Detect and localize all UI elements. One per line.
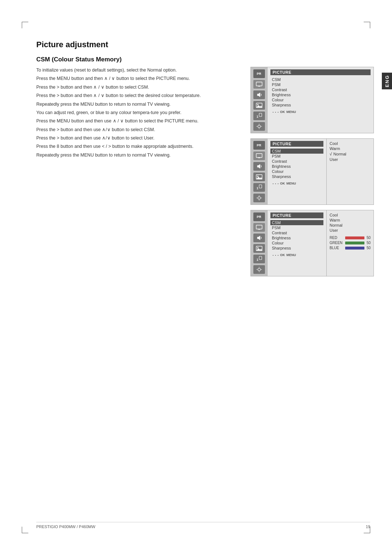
menu-sharpness-1: Sharpness [270,102,371,108]
svg-marker-2 [257,93,260,97]
ui-main-2: PICTURE CSM PSM Contrast Brightness Colo… [268,139,326,204]
ui-sidebar-1: PR 1 [251,67,268,133]
menu-brightness-2: Brightness [270,164,323,169]
ui-footer-1: • • • OK MENU [270,109,371,115]
menu-contrast-1: Contrast [270,87,371,92]
svg-marker-20 [257,236,260,240]
menu-sharpness-2: Sharpness [270,174,323,179]
setup-icon-2 [253,194,265,202]
tv-icon-1 [253,80,265,89]
para-3: Press the > button and then ∧ / ∨ button… [36,92,240,99]
red-bar-row: RED 50 [330,236,371,240]
right-column: PR 1 [250,67,374,276]
menu-contrast-3: Contrast [270,230,323,235]
svg-text:1: 1 [256,258,258,262]
svg-point-22 [257,247,258,248]
ui-header-1: PICTURE [270,69,371,75]
ui-right-panel-3: Cool Warm Normal User RED 50 GREEN [326,210,373,276]
svg-marker-5 [256,105,262,107]
svg-rect-25 [259,256,262,260]
para-6: Press the MENU button and then use ∧ / ∨… [36,118,240,125]
section-title: CSM (Colour Status Memory) [36,56,374,63]
ui-sidebar-3: PR 1 [251,210,268,276]
para-9: Press the 8 button and then use < / > bu… [36,143,240,150]
green-track [345,242,364,244]
menu-colour-2: Colour [270,169,323,174]
ui-header-3: PICTURE [270,212,323,218]
green-label: GREEN [330,241,343,245]
menu-brightness-3: Brightness [270,235,323,240]
svg-point-17 [258,197,260,199]
setup-icon-1 [253,122,265,131]
svg-rect-19 [258,229,260,230]
ui-box-3: PR 1 [250,210,374,276]
option-user-2: User [330,157,371,162]
blue-value: 50 [367,246,371,250]
para-0: To initialize values (reset to default s… [36,67,240,74]
svg-point-26 [258,268,260,271]
svg-rect-7 [259,113,262,117]
footer-right: 19 [366,524,370,529]
corner-mark-bl [22,527,28,533]
svg-marker-23 [256,248,262,250]
picture-icon-2 [253,173,265,181]
menu-psm-3: PSM [270,225,323,230]
menu-colour-3: Colour [270,240,323,246]
ui-main-1: PICTURE CSM PSM Contrast Brightness Colo… [268,67,373,133]
eng-label: ENG [384,75,390,87]
footer-left: PRESTIGIO P400MW / P460MW [36,524,95,529]
option-normal-2: √Normal [330,151,371,157]
red-value: 50 [367,236,371,240]
red-track [345,236,364,239]
para-2: Press the > button and then ∧ / ∨ button… [36,84,240,91]
para-10: Repeatedly press the MENU button to retu… [36,152,240,159]
blue-bar-row: BLUE 50 [330,246,371,250]
ui-sidebar-2: PR 1 [251,139,268,204]
pr-icon-1: PR [253,69,265,78]
green-value: 50 [367,241,371,245]
pr-icon-3: PR [253,212,265,221]
option-cool-3: Cool [330,212,371,218]
para-7: Press the > button and then use ∧/∨ butt… [36,126,240,133]
ui-main-3: PICTURE CSM PSM Contrast Brightness Colo… [268,210,326,276]
ui-box-2: PR 1 [250,138,374,205]
para-1: Press the MENU button and then ∧ / ∨ but… [36,75,240,82]
speaker-icon-2 [253,162,265,171]
main-content: Picture adjustment CSM (Colour Status Me… [36,40,374,519]
corner-mark-tl [22,22,28,28]
svg-text:1: 1 [256,186,258,190]
green-bar-row: GREEN 50 [330,241,371,245]
menu-csm-2: CSM [270,149,323,154]
svg-rect-16 [259,185,262,188]
page-footer: PRESTIGIO P400MW / P460MW 19 [36,522,370,529]
svg-rect-0 [256,82,262,86]
ui-header-2: PICTURE [270,141,323,147]
content-columns: To initialize values (reset to default s… [36,67,374,276]
eng-sidebar: ENG [382,73,392,89]
svg-point-4 [257,104,258,105]
page-title: Picture adjustment [36,40,374,49]
option-user-3: User [330,228,371,233]
svg-rect-1 [258,86,260,87]
timer-icon-2: 1 [253,183,265,192]
speaker-icon-3 [253,234,265,242]
option-normal-3: Normal [330,223,371,228]
menu-psm-1: PSM [270,82,371,87]
speaker-icon-1 [253,90,265,99]
ui-box-1: PR 1 [250,67,374,133]
ui-right-panel-2: Cool Warm √Normal User [326,139,373,204]
menu-csm-1: CSM [270,77,371,82]
timer-icon-1: 1 [253,112,265,120]
option-warm-2: Warm [330,146,371,151]
menu-contrast-2: Contrast [270,159,323,164]
tv-icon-3 [253,223,265,232]
timer-icon-3: 1 [253,255,265,263]
menu-csm-3: CSM [270,220,323,225]
svg-point-13 [257,175,258,177]
option-warm-3: Warm [330,218,371,223]
para-5: You can adjust red, green, or blue to an… [36,109,240,116]
menu-sharpness-3: Sharpness [270,246,323,251]
red-label: RED [330,236,343,240]
svg-rect-9 [256,154,262,158]
menu-brightness-1: Brightness [270,92,371,97]
